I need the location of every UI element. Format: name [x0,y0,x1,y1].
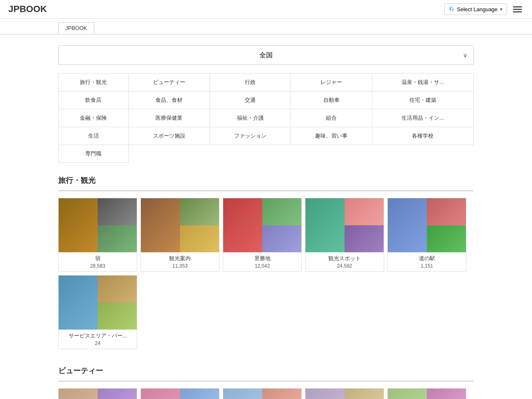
card-service-area[interactable]: サービスエリア・パー... 24 [58,275,137,349]
card-image-cell [262,198,301,225]
card-kanko-annai-title: 観光案内 [143,255,217,262]
beauty-card-1-image [59,389,137,399]
card-image-cell [427,225,466,252]
tab-jpbook[interactable]: JPBOOK [58,22,94,34]
card-yado-title: 宿 [61,255,134,262]
nav-tabs: JPBOOK [0,19,532,34]
travel-card-grid: 宿 28,583 観光案内 11,353 [58,198,474,349]
category-cell[interactable]: 行政 [209,74,291,91]
card-kanko-spot-count: 24,592 [308,263,381,269]
beauty-card-5-image [388,389,466,399]
beauty-card-grid [58,388,474,399]
card-service-area-title: サービスエリア・パー... [61,332,134,340]
card-michinoeki-title: 道の駅 [390,255,463,262]
category-cell[interactable]: 医療保健業 [128,109,209,127]
beauty-card-2[interactable] [140,388,219,399]
card-image-cell [141,389,180,399]
card-image-cell [180,389,219,399]
category-cell[interactable]: ファッション [209,127,291,145]
card-yado-image [59,198,137,252]
section-divider [58,190,474,191]
card-image-cell [98,389,137,399]
card-kanko-spot-title: 観光スポット [308,255,381,262]
section-beauty-divider [58,381,474,382]
card-kanko-annai[interactable]: 観光案内 11,353 [140,198,219,272]
category-cell[interactable]: 温泉・銭湯・サ... [372,74,473,91]
card-kanko-spot-info: 観光スポット 24,592 [305,252,384,271]
card-image-cell [388,198,427,252]
card-kanko-spot-image [305,198,384,252]
category-cell[interactable]: 福祉・介護 [209,109,291,127]
category-cell[interactable]: スポーツ施設 [128,127,209,145]
google-icon: G [448,5,456,13]
beauty-card-4[interactable] [305,388,384,399]
category-cell[interactable]: レジャー [291,74,372,91]
category-cell[interactable]: 食品、食材 [128,91,209,109]
category-cell[interactable]: 金融・保険 [59,109,129,127]
card-kanko-annai-count: 11,353 [143,263,217,269]
section-beauty-title: ビューティー [58,366,103,376]
beauty-card-5[interactable] [387,388,466,399]
card-image-cell [98,198,137,225]
header: JPBOOK G Select Language ▼ [0,0,532,19]
card-image-cell [59,389,98,399]
card-image-cell [345,225,384,252]
card-kanko-spot[interactable]: 観光スポット 24,592 [305,198,384,272]
card-image-cell [345,198,384,225]
card-keishochi-title: 景勝地 [226,255,299,262]
category-cell[interactable]: 趣味、習い事 [291,127,372,145]
category-cell[interactable]: 住宅・建築 [372,91,473,109]
card-keishochi-count: 12,042 [226,263,299,269]
menu-button[interactable] [511,5,524,14]
card-michinoeki[interactable]: 道の駅 1,151 [387,198,466,272]
beauty-card-1[interactable] [58,388,137,399]
card-image-cell [262,225,301,252]
card-image-cell [223,198,262,252]
card-image-cell [223,389,262,399]
beauty-card-3[interactable] [223,388,302,399]
card-image-cell [98,276,137,303]
card-kanko-annai-image [141,198,219,252]
card-image-cell [59,198,98,252]
translate-button[interactable]: G Select Language ▼ [444,3,507,15]
region-select[interactable]: 全国 北海道 東北 関東 中部 近畿 中国 四国 九州・沖縄 [58,45,474,65]
category-cell[interactable]: 専門職 [59,145,129,163]
main-content: 全国 北海道 東北 関東 中部 近畿 中国 四国 九州・沖縄 ∨ 旅行・観光ビュ… [58,34,474,399]
card-yado[interactable]: 宿 28,583 [58,198,137,272]
card-image-cell [98,225,137,252]
card-image-cell [305,389,345,399]
card-keishochi[interactable]: 景勝地 12,042 [223,198,302,272]
card-image-cell [262,389,301,399]
card-image-cell [305,198,345,252]
card-michinoeki-count: 1,151 [390,263,463,269]
translate-arrow-icon: ▼ [499,7,503,12]
beauty-card-4-image [305,389,384,399]
card-image-cell [98,303,137,330]
category-cell[interactable]: 自動車 [291,91,372,109]
card-image-cell [59,276,98,330]
category-cell[interactable]: 交通 [209,91,291,109]
category-cell[interactable]: 生活用品・イン... [372,109,473,127]
category-cell[interactable]: 各種学校 [372,127,473,145]
beauty-card-2-image [141,389,219,399]
header-right: G Select Language ▼ [444,3,524,15]
category-cell[interactable]: 組合 [291,109,372,127]
section-travel-title: 旅行・観光 [58,175,96,185]
card-image-cell [180,198,219,225]
category-cell[interactable]: 生活 [59,127,129,145]
card-image-cell [427,389,466,399]
section-beauty: ビューティー [58,366,474,399]
card-yado-count: 28,583 [61,263,134,269]
category-cell[interactable]: 飲食店 [59,91,129,109]
card-kanko-annai-info: 観光案内 11,353 [141,252,219,271]
card-image-cell [141,198,180,252]
beauty-card-3-image [223,389,301,399]
category-cell[interactable]: 旅行・観光 [59,74,129,91]
card-service-area-image [59,276,137,330]
section-beauty-header: ビューティー [58,366,474,376]
category-cell[interactable]: ビューティー [128,74,209,91]
section-travel-header: 旅行・観光 [58,175,474,185]
card-keishochi-info: 景勝地 12,042 [223,252,301,271]
card-image-cell [427,198,466,225]
site-logo[interactable]: JPBOOK [8,4,47,15]
